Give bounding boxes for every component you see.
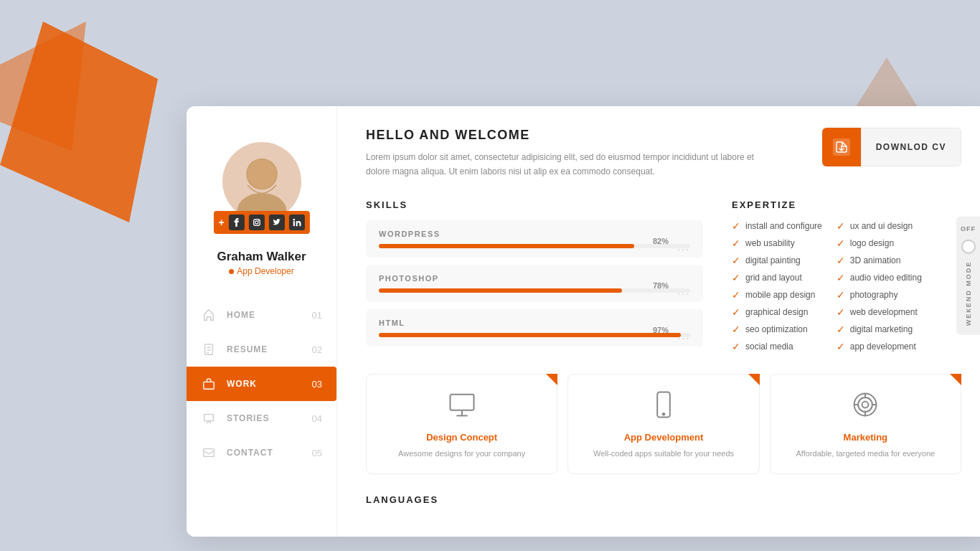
social-bar[interactable]: + bbox=[213, 211, 309, 234]
bar-pct: 82% bbox=[653, 237, 669, 245]
check-icon: ✓ bbox=[732, 306, 740, 318]
main-card: + Graham Walker App Developer bbox=[187, 106, 980, 537]
expertize-item: ✓photography bbox=[837, 289, 922, 301]
svg-point-27 bbox=[663, 413, 665, 415]
check-icon: ✓ bbox=[732, 289, 740, 301]
sidebar-item-contact[interactable]: CONTACT 05 bbox=[187, 435, 336, 470]
service-desc: Affordable, targeted media for everyone bbox=[796, 448, 936, 460]
nav-num: 03 bbox=[312, 379, 322, 390]
check-icon: ✓ bbox=[732, 255, 740, 266]
add-social-button[interactable]: + bbox=[218, 217, 224, 228]
skill-bar-wordpress: WORDPRESS 82% ··· bbox=[366, 220, 703, 258]
weekend-mode-toggle[interactable]: OFF Weкend Mode bbox=[956, 217, 980, 335]
sidebar: + Graham Walker App Developer bbox=[187, 106, 337, 537]
service-card-marketing: Marketing Affordable, targeted media for… bbox=[770, 374, 961, 475]
expertize-item: ✓digital painting bbox=[732, 255, 822, 266]
toggle-label: Weкend Mode bbox=[965, 261, 972, 326]
bar-track: 78% ··· bbox=[379, 288, 690, 293]
service-name: Design Concept bbox=[426, 432, 497, 443]
bar-fill bbox=[379, 244, 634, 248]
skills-expertize-row: SKILLS WORDPRESS 82% ··· PHOTOSHOP 78% ·… bbox=[366, 199, 961, 354]
service-icon bbox=[648, 389, 679, 423]
skill-bar-photoshop: PHOTOSHOP 78% ··· bbox=[366, 265, 703, 302]
toggle-circle[interactable] bbox=[961, 240, 976, 254]
expertize-item: ✓logo design bbox=[837, 237, 922, 249]
skills-section: SKILLS WORDPRESS 82% ··· PHOTOSHOP 78% ·… bbox=[366, 199, 703, 354]
profile-role: App Developer bbox=[229, 266, 293, 276]
toggle-off-label: OFF bbox=[961, 225, 976, 232]
sidebar-item-work[interactable]: WORK 03 bbox=[187, 367, 336, 401]
expertize-item: ✓web usability bbox=[732, 237, 822, 249]
languages-title: LANGUAGES bbox=[366, 494, 961, 505]
svg-rect-21 bbox=[204, 449, 214, 457]
skill-name: HTML bbox=[379, 319, 690, 327]
facebook-icon[interactable] bbox=[229, 215, 245, 230]
sidebar-item-stories[interactable]: STORIES 04 bbox=[187, 401, 336, 435]
check-icon: ✓ bbox=[732, 272, 740, 283]
expertize-item: ✓ux and ui design bbox=[837, 220, 922, 232]
svg-point-29 bbox=[858, 397, 872, 412]
expertize-item: ✓mobile app design bbox=[732, 289, 822, 301]
avatar bbox=[222, 142, 301, 221]
svg-rect-23 bbox=[450, 394, 473, 410]
check-icon: ✓ bbox=[732, 324, 740, 335]
download-btn-wrap[interactable]: DOWNLOD CV bbox=[822, 128, 961, 166]
svg-point-30 bbox=[862, 401, 869, 408]
nav-label: HOME bbox=[227, 310, 312, 320]
hello-text: HELLO AND WELCOME Lorem ipsum dolor sit … bbox=[366, 128, 768, 179]
twitter-icon[interactable] bbox=[269, 215, 285, 230]
sidebar-item-home[interactable]: HOME 01 bbox=[187, 298, 336, 332]
nav-num: 05 bbox=[312, 448, 322, 458]
download-cv-button[interactable]: DOWNLOD CV bbox=[861, 128, 961, 166]
nav-label: WORK bbox=[227, 379, 312, 389]
expertize-title: EXPERTIZE bbox=[732, 199, 961, 210]
bar-fill bbox=[379, 288, 622, 293]
svg-marker-1 bbox=[0, 22, 86, 151]
check-icon: ✓ bbox=[837, 220, 845, 232]
nav-label: RESUME bbox=[227, 344, 312, 354]
svg-point-10 bbox=[248, 160, 276, 189]
expertize-item: ✓grid and layout bbox=[732, 272, 822, 283]
avatar-wrap: + bbox=[222, 142, 301, 221]
expertize-item: ✓install and configure bbox=[732, 220, 822, 232]
expertize-col2: ✓ux and ui design✓logo design✓3D animati… bbox=[837, 220, 922, 352]
bar-dots: ··· bbox=[677, 332, 690, 344]
check-icon: ✓ bbox=[837, 289, 845, 301]
expertize-col1: ✓install and configure✓web usability✓dig… bbox=[732, 220, 822, 352]
skill-bars: WORDPRESS 82% ··· PHOTOSHOP 78% ··· HTML… bbox=[366, 220, 703, 347]
bar-pct: 78% bbox=[653, 281, 669, 290]
check-icon: ✓ bbox=[732, 341, 740, 352]
service-icon bbox=[849, 389, 881, 423]
bar-pct: 97% bbox=[653, 326, 669, 334]
skill-bar-html: HTML 97% ··· bbox=[366, 309, 703, 347]
sidebar-item-resume[interactable]: RESUME 02 bbox=[187, 332, 336, 367]
bar-dots: ··· bbox=[677, 243, 690, 255]
service-name: Marketing bbox=[844, 432, 887, 443]
nav-label: CONTACT bbox=[227, 448, 312, 458]
svg-marker-0 bbox=[0, 22, 158, 222]
expertize-item: ✓graphical design bbox=[732, 306, 822, 318]
check-icon: ✓ bbox=[837, 341, 845, 352]
expertize-item: ✓web development bbox=[837, 306, 922, 318]
svg-rect-14 bbox=[293, 221, 294, 226]
linkedin-icon[interactable] bbox=[289, 215, 305, 230]
svg-point-13 bbox=[258, 220, 259, 221]
main-content: HELLO AND WELCOME Lorem ipsum dolor sit … bbox=[337, 106, 980, 537]
service-name: App Development bbox=[624, 432, 704, 443]
expertize-item: ✓social media bbox=[732, 341, 822, 352]
skills-title: SKILLS bbox=[366, 199, 703, 210]
check-icon: ✓ bbox=[732, 220, 740, 232]
bar-dots: ··· bbox=[677, 288, 690, 299]
expertize-item: ✓seo optimization bbox=[732, 324, 822, 335]
resume-icon bbox=[201, 342, 217, 357]
expertize-item: ✓audio video editing bbox=[837, 272, 922, 283]
skill-name: PHOTOSHOP bbox=[379, 274, 690, 283]
service-desc: Awesome designs for your company bbox=[398, 448, 525, 460]
check-icon: ✓ bbox=[837, 306, 845, 318]
bar-track: 82% ··· bbox=[379, 244, 690, 248]
languages-section: LANGUAGES bbox=[366, 494, 961, 505]
instagram-icon[interactable] bbox=[249, 215, 265, 230]
service-card-app-development: App Development Well-coded apps suitable… bbox=[567, 374, 759, 475]
role-dot bbox=[229, 269, 234, 274]
nav-num: 04 bbox=[312, 413, 322, 424]
